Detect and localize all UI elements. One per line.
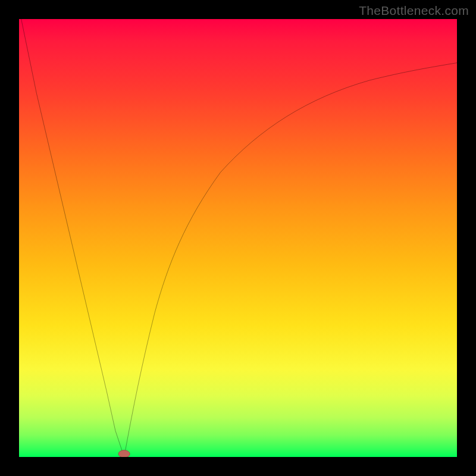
plot-area — [19, 19, 457, 457]
chart-frame: TheBottleneck.com — [0, 0, 476, 476]
minimum-marker — [118, 450, 130, 457]
curve-left-branch — [21, 19, 124, 457]
watermark-text: TheBottleneck.com — [359, 4, 469, 18]
bottleneck-curve — [19, 19, 457, 457]
curve-right-branch — [124, 63, 457, 457]
